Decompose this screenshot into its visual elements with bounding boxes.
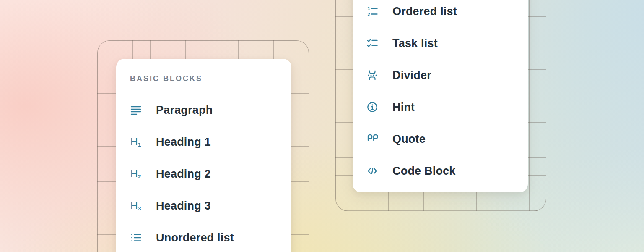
hint-icon — [366, 101, 379, 113]
quote-icon — [366, 133, 379, 145]
item-label: Heading 1 — [156, 136, 211, 149]
unordered-list-icon — [130, 232, 142, 244]
svg-text:2: 2 — [368, 12, 370, 17]
svg-text:1: 1 — [368, 6, 371, 11]
hero-canvas: { "colors": { "icon_teal": "#2E7E9E", "l… — [0, 0, 644, 252]
item-label: Task list — [392, 37, 438, 50]
menu-item-heading-1[interactable]: H 1 Heading 1 — [116, 126, 291, 158]
heading-2-icon: H 2 — [130, 168, 142, 180]
paragraph-icon — [130, 104, 142, 116]
menu-item-quote[interactable]: Quote — [353, 123, 528, 155]
item-label: Quote — [392, 133, 426, 146]
more-blocks-list: 1 2 Ordered list Task list Divider Hint … — [353, 0, 528, 187]
heading-1-icon: H 1 — [130, 136, 142, 148]
item-label: Code Block — [392, 165, 456, 178]
task-list-icon — [366, 37, 379, 49]
menu-item-paragraph[interactable]: Paragraph — [116, 94, 291, 126]
svg-text:H: H — [130, 200, 138, 211]
item-label: Paragraph — [156, 104, 213, 117]
item-label: Ordered list — [392, 5, 457, 18]
section-header: BASIC BLOCKS — [130, 74, 291, 83]
menu-item-heading-3[interactable]: H 3 Heading 3 — [116, 190, 291, 222]
heading-3-icon: H 3 — [130, 200, 142, 212]
menu-item-ordered-list[interactable]: 1 2 Ordered list — [353, 0, 528, 27]
more-blocks-menu-card: 1 2 Ordered list Task list Divider Hint … — [353, 0, 528, 192]
svg-text:3: 3 — [138, 205, 141, 212]
menu-item-unordered-list[interactable]: Unordered list — [116, 222, 291, 252]
svg-text:2: 2 — [138, 173, 141, 180]
svg-text:H: H — [130, 168, 138, 179]
menu-item-heading-2[interactable]: H 2 Heading 2 — [116, 158, 291, 190]
menu-item-code-block[interactable]: Code Block — [353, 155, 528, 187]
item-label: Hint — [392, 101, 415, 114]
code-block-icon — [366, 165, 379, 177]
divider-icon — [366, 69, 379, 81]
basic-blocks-list: Paragraph H 1 Heading 1 H 2 Heading 2 H … — [116, 94, 291, 252]
item-label: Heading 2 — [156, 168, 211, 181]
ordered-list-icon: 1 2 — [366, 5, 379, 17]
svg-text:1: 1 — [138, 142, 141, 148]
menu-item-divider[interactable]: Divider — [353, 59, 528, 91]
item-label: Unordered list — [156, 231, 234, 244]
item-label: Divider — [392, 69, 431, 82]
menu-item-hint[interactable]: Hint — [353, 91, 528, 123]
basic-blocks-menu-card: BASIC BLOCKS Paragraph H 1 Heading 1 H 2… — [116, 59, 291, 252]
svg-text:H: H — [130, 136, 138, 147]
menu-item-task-list[interactable]: Task list — [353, 27, 528, 59]
item-label: Heading 3 — [156, 200, 211, 213]
